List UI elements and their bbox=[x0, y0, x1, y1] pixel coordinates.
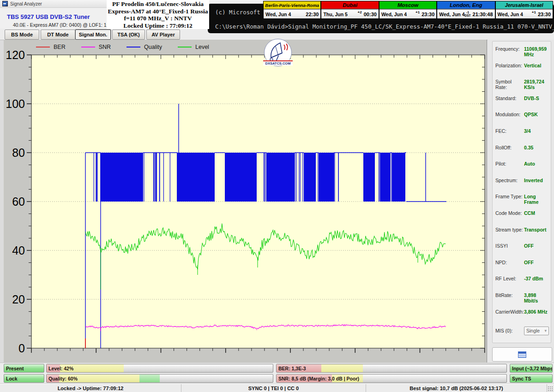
chevron-down-icon: ▾ bbox=[544, 328, 547, 333]
level-legend-line-icon bbox=[178, 47, 192, 48]
param-row-spectrum-: Spectrum:Inverted bbox=[493, 176, 551, 192]
status-best-signal: Best signal: 10,7 dB (2025-06-02 13:17) bbox=[366, 384, 547, 392]
clock-city: London, Eng bbox=[437, 1, 494, 9]
clock-jerusalem-israel: Jerusalem-IsraelWed, Jun 4+123:30 bbox=[496, 1, 553, 18]
param-row-rolloff-: RollOff:0.35 bbox=[493, 143, 551, 160]
param-row-modulation-: Modulation:QPSK bbox=[493, 110, 551, 126]
chart-legend: BERSNRQualityLevel bbox=[36, 43, 209, 51]
param-value: 3,806 MHz bbox=[524, 309, 548, 315]
tab-tsa-ok-[interactable]: TSA (OK) bbox=[112, 30, 145, 40]
param-row-mis: MIS (0):Single▾ bbox=[493, 323, 551, 338]
list-icon bbox=[518, 351, 526, 358]
param-label: Frequency: bbox=[495, 46, 524, 52]
input-indicator: Input (~3,72 Mbps) bbox=[510, 364, 553, 373]
param-label: Modulation: bbox=[495, 112, 524, 117]
tab-dt-mode[interactable]: DT Mode bbox=[41, 30, 75, 40]
caption-line-3: f=11 070 MHz_V : NNTV bbox=[107, 15, 209, 22]
clock-time: 23:30 bbox=[538, 12, 551, 17]
mis-label: MIS (0): bbox=[495, 328, 524, 333]
level-bar-label: Level: 42% bbox=[48, 366, 73, 371]
param-label: RF Level: bbox=[495, 276, 524, 281]
clock-utc-offset: +1 bbox=[532, 10, 536, 14]
param-label: BitRate: bbox=[495, 292, 524, 298]
bar-segment-yellow bbox=[321, 364, 363, 372]
dxsatcs-logo: DXSATCS.COM bbox=[263, 39, 293, 68]
signal-analyzer-window: Signal Analyzer TBS 5927 USB DVB-S2 Tune… bbox=[0, 0, 554, 392]
clock-city: Moscow bbox=[379, 1, 436, 9]
tab-av-player[interactable]: AV Player bbox=[146, 30, 180, 40]
param-label: Frame Type: bbox=[495, 194, 524, 199]
tab-bs-mode[interactable]: BS Mode bbox=[5, 30, 39, 40]
param-value: Transport bbox=[524, 227, 546, 232]
param-value: Vertical bbox=[524, 63, 541, 68]
clock-london-eng: London, EngWed, Jun 4-1DST21:30:48 bbox=[437, 1, 494, 18]
app-icon bbox=[2, 1, 8, 6]
param-row-carrierwidth-: CarrierWidth:3,806 MHz bbox=[493, 307, 551, 324]
bar-segment-gseg bbox=[139, 374, 160, 382]
mis-dropdown[interactable]: Single▾ bbox=[524, 327, 549, 335]
param-label: Spectrum: bbox=[495, 178, 524, 183]
param-row-rf-level-: RF Level:-37 dBm bbox=[493, 274, 551, 291]
param-label: NPD: bbox=[495, 260, 524, 265]
param-label: CarrierWidth: bbox=[495, 309, 524, 315]
clock-date: Wed, Jun 4 bbox=[381, 12, 407, 17]
param-value: 0.35 bbox=[524, 145, 533, 150]
legend-label: Level bbox=[195, 44, 209, 50]
param-value: OFF bbox=[524, 260, 534, 265]
param-row-frame-type-: Frame Type:Long Frame bbox=[493, 192, 551, 208]
legend-label: SNR bbox=[99, 44, 111, 50]
clock-date: Wed, Jun 4 bbox=[498, 12, 523, 17]
lock-indicator: Lock bbox=[4, 374, 44, 383]
caption-line-2: Express-AM7 at 40°E_Fixed-1 Russia bbox=[107, 8, 209, 15]
legend-label: BER bbox=[54, 44, 66, 50]
tab-signal-mon-[interactable]: Signal Mon. bbox=[75, 30, 111, 40]
param-row-fec-: FEC:3/4 bbox=[493, 126, 551, 143]
ts-info-button[interactable] bbox=[492, 347, 552, 362]
clock-moscow: MoscowWed, Jun 4+123:30 bbox=[379, 1, 436, 18]
caption-line-1: PF Prodelin 450/Lučenec-Slovakia bbox=[107, 0, 209, 8]
present-indicator: Present bbox=[4, 364, 44, 373]
resize-grip[interactable] bbox=[548, 386, 553, 392]
quality-bar-label: Quality: 60% bbox=[48, 376, 78, 381]
param-label: Symbol Rate: bbox=[495, 79, 524, 90]
clock-date: Wed, Jun 4 bbox=[265, 12, 291, 17]
parameter-group: Frequency:11069,959 MHzPolarization:Vert… bbox=[492, 41, 551, 343]
ber-bar: BER: 1,3E-3 bbox=[276, 364, 507, 373]
window-title: Signal Analyzer bbox=[10, 1, 42, 6]
monitoring-caption: PF Prodelin 450/Lučenec-Slovakia Express… bbox=[107, 0, 209, 29]
clock-datetime: Wed, Jun 4-1DST21:30:48 bbox=[437, 9, 494, 18]
param-value: DVB-S bbox=[524, 95, 539, 101]
clock-time: 23:30 bbox=[422, 12, 434, 17]
world-clocks-widget[interactable]: Berlin-Paris-Vienna-RomaWed, Jun 422:30D… bbox=[263, 1, 553, 19]
param-row-frequency-: Frequency:11069,959 MHz bbox=[493, 44, 551, 61]
param-row-symbol-rate-: Symbol Rate:2819,724 KS/s bbox=[493, 77, 551, 94]
snr-bar: SNR: 8,5 dB (Margin: 3,0 dB | Poor) bbox=[276, 374, 507, 383]
clock-time: 00:30 bbox=[364, 12, 377, 17]
param-row-pilot-: Pilot:Auto bbox=[493, 159, 551, 176]
snr-bar-label: SNR: 8,5 dB (Margin: 3,0 dB | Poor) bbox=[278, 376, 359, 381]
clock-berlin-paris-vienna-roma: Berlin-Paris-Vienna-RomaWed, Jun 422:30 bbox=[264, 1, 320, 18]
param-label: Standard: bbox=[495, 95, 524, 101]
clock-datetime: Wed, Jun 4+123:30 bbox=[379, 9, 436, 18]
param-value: 3,898 Mbit/s bbox=[524, 292, 548, 303]
syncts-indicator-label: Sync TS bbox=[512, 376, 531, 381]
param-label: Pilot: bbox=[495, 161, 524, 166]
logo-text: DXSATCS.COM bbox=[263, 60, 293, 65]
clock-time: 22:30 bbox=[306, 12, 319, 17]
param-value: Auto bbox=[524, 161, 535, 166]
clock-dubai: DubaiThu, Jun 5+200:30 bbox=[321, 1, 378, 18]
param-row-issyi: ISSYIOFF bbox=[493, 241, 551, 258]
param-row-polarization-: Polarization:Vertical bbox=[493, 61, 551, 77]
level-bar: Level: 42% bbox=[46, 364, 273, 373]
param-value: 2819,724 KS/s bbox=[524, 79, 548, 90]
panel-splitter[interactable] bbox=[487, 40, 487, 362]
legend-item-quality: Quality bbox=[126, 44, 162, 50]
mis-value: Single bbox=[526, 328, 540, 333]
clock-utc-offset: +1 bbox=[416, 10, 420, 14]
legend-item-level: Level bbox=[178, 44, 209, 50]
clock-datetime: Thu, Jun 5+200:30 bbox=[321, 9, 378, 18]
terminal-command-line: C:\Users\Roman Dávid>Signal Monitoring_P… bbox=[215, 23, 554, 30]
param-value: QPSK bbox=[524, 112, 538, 117]
param-row-bitrate-: BitRate:3,898 Mbit/s bbox=[493, 291, 551, 307]
status-bar: Locked -> Uptime: 77:09:12 SYNC 0 | TEI … bbox=[0, 384, 554, 392]
